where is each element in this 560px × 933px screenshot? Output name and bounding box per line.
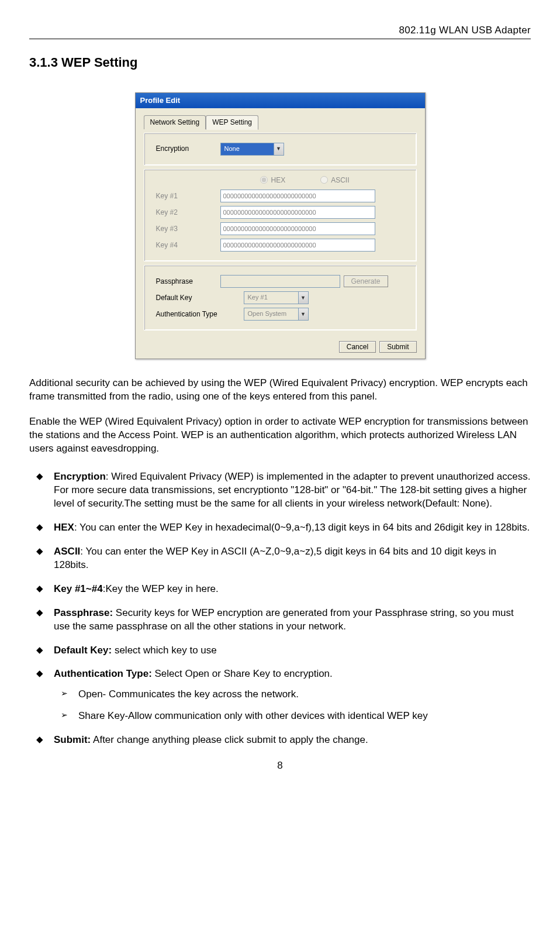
feature-list: Encryption: Wired Equivalent Privacy (WE… bbox=[29, 470, 531, 747]
radio-hex-input[interactable] bbox=[260, 176, 268, 184]
list-item: HEX: You can enter the WEP Key in hexade… bbox=[29, 521, 531, 535]
key1-input[interactable] bbox=[220, 190, 375, 202]
intro-paragraph-1: Additional security can be achieved by u… bbox=[29, 377, 531, 404]
chevron-down-icon: ▼ bbox=[298, 292, 308, 304]
profile-edit-dialog: Profile Edit Network Setting WEP Setting… bbox=[135, 92, 426, 360]
list-item: Authentication Type: Select Open or Shar… bbox=[29, 667, 531, 723]
passphrase-label: Passphrase bbox=[151, 277, 220, 287]
list-item: Key #1~#4:Key the WEP key in here. bbox=[29, 583, 531, 596]
radio-ascii[interactable]: ASCII bbox=[320, 175, 349, 185]
list-item: Encryption: Wired Equivalent Privacy (WE… bbox=[29, 470, 531, 511]
key4-input[interactable] bbox=[220, 239, 375, 252]
chevron-down-icon: ▼ bbox=[298, 308, 308, 320]
passphrase-input[interactable] bbox=[220, 275, 340, 288]
sub-list-item: Open- Communicates the key across the ne… bbox=[54, 688, 531, 701]
defaultkey-dropdown[interactable]: Key #1 ▼ bbox=[244, 291, 309, 304]
list-item: ASCII: You can enter the WEP Key in ASCI… bbox=[29, 545, 531, 572]
list-item: Passphrase: Security keys for WEP encryp… bbox=[29, 607, 531, 634]
sub-list-item: Share Key-Allow communication only with … bbox=[54, 710, 531, 723]
radio-hex[interactable]: HEX bbox=[260, 175, 285, 185]
tab-strip: Network Setting WEP Setting bbox=[144, 115, 417, 129]
auth-sublist: Open- Communicates the key across the ne… bbox=[54, 688, 531, 723]
key4-label: Key #4 bbox=[151, 240, 220, 250]
authtype-dropdown[interactable]: Open System ▼ bbox=[244, 308, 309, 321]
list-item: Default Key: select which key to use bbox=[29, 644, 531, 657]
dialog-screenshot: Profile Edit Network Setting WEP Setting… bbox=[29, 92, 531, 360]
chevron-down-icon: ▼ bbox=[274, 143, 284, 155]
encryption-label: Encryption bbox=[151, 144, 220, 154]
settings-group: Passphrase Generate Default Key Key #1 ▼… bbox=[144, 265, 417, 330]
intro-paragraph-2: Enable the WEP (Wired Equivalent Privacy… bbox=[29, 415, 531, 456]
submit-button[interactable]: Submit bbox=[379, 341, 416, 353]
page-header: 802.11g WLAN USB Adapter bbox=[29, 23, 531, 39]
encryption-dropdown[interactable]: None ▼ bbox=[220, 143, 284, 156]
section-heading: 3.1.3 WEP Setting bbox=[29, 54, 531, 72]
page-number: 8 bbox=[29, 759, 531, 773]
authtype-label: Authentication Type bbox=[151, 309, 244, 319]
defaultkey-label: Default Key bbox=[151, 293, 244, 303]
tab-network-setting[interactable]: Network Setting bbox=[144, 115, 206, 129]
keys-group: HEX ASCII Key #1 Key #2 bbox=[144, 169, 417, 262]
key2-input[interactable] bbox=[220, 206, 375, 219]
dialog-titlebar: Profile Edit bbox=[136, 93, 425, 108]
radio-ascii-input[interactable] bbox=[320, 176, 328, 184]
dialog-button-row: Cancel Submit bbox=[136, 336, 425, 359]
tab-wep-setting[interactable]: WEP Setting bbox=[206, 115, 258, 130]
key1-label: Key #1 bbox=[151, 191, 220, 201]
list-item: Submit: After change anything please cli… bbox=[29, 734, 531, 747]
key3-label: Key #3 bbox=[151, 224, 220, 234]
generate-button[interactable]: Generate bbox=[344, 276, 388, 287]
cancel-button[interactable]: Cancel bbox=[339, 341, 376, 353]
product-name: 802.11g WLAN USB Adapter bbox=[399, 25, 531, 36]
encryption-group: Encryption None ▼ bbox=[144, 133, 417, 166]
key2-label: Key #2 bbox=[151, 208, 220, 218]
key3-input[interactable] bbox=[220, 222, 375, 235]
